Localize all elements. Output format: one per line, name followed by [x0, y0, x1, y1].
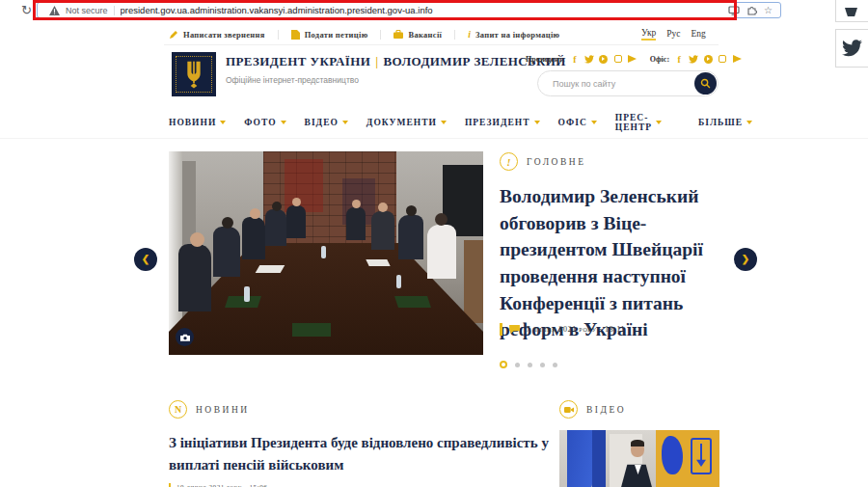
nav-item-press-center[interactable]: ПРЕС-ЦЕНТР	[615, 113, 662, 132]
facebook-icon[interactable]: f	[674, 54, 684, 64]
nav-divider	[0, 138, 868, 139]
twitter-icon	[842, 40, 862, 57]
chevron-down-icon	[281, 121, 286, 124]
hero-section-label: ГОЛОВНЕ	[527, 157, 585, 167]
site-title-block[interactable]: ПРЕЗИДЕНТ УКРАЇНИ|ВОЛОДИМИР ЗЕЛЕНСЬКИЙ О…	[226, 54, 566, 85]
telegram-icon[interactable]	[732, 54, 742, 64]
briefcase-icon	[393, 30, 403, 39]
chevron-down-icon	[342, 121, 348, 124]
camera-icon	[180, 334, 190, 341]
news-section: N НОВИНИ З ініціативи Президента буде ві…	[169, 400, 550, 487]
chat-bubble-icon	[509, 325, 520, 334]
utility-bar-divider	[164, 44, 719, 45]
share-button-partial[interactable]	[835, 0, 868, 22]
address-bar[interactable]: Not secure president.gov.ua.administrati…	[37, 2, 781, 18]
info-icon: i	[468, 29, 471, 40]
social-links: Президент: f Офіс: f	[526, 54, 719, 64]
news-section-header: N НОВИНИ	[169, 400, 550, 419]
accent-bar	[500, 323, 502, 336]
trident-icon	[176, 56, 212, 93]
nav-item-photo[interactable]: ФОТО	[244, 118, 285, 127]
nav-item-video[interactable]: ВІДЕО	[305, 118, 348, 127]
hero-date-row: 7 липня 2021 року - 13:11	[500, 323, 625, 336]
office-social-label: Офіс:	[650, 55, 669, 64]
lang-ukr[interactable]: Укр	[641, 28, 656, 41]
carousel-prev-button[interactable]: ❮	[134, 248, 157, 271]
nav-item-documents[interactable]: ДОКУМЕНТИ	[366, 118, 447, 127]
url-text: president.gov.ua.administration.vakansyi…	[121, 5, 433, 15]
bookmark-star-icon[interactable]: ☆	[764, 6, 773, 15]
carousel-dot[interactable]	[528, 363, 532, 367]
search-input[interactable]	[553, 72, 688, 95]
news-article-title[interactable]: З ініціативи Президента буде відновлено …	[169, 432, 550, 477]
news-date-row: 10 липня 2021 року - 15:06	[169, 483, 550, 487]
browser-toolbar: ↻ Not secure president.gov.ua.administra…	[0, 0, 868, 21]
chevron-down-icon	[220, 121, 226, 124]
utility-link-write-appeal[interactable]: Написати звернення	[169, 30, 279, 40]
petition-document-icon	[291, 30, 300, 40]
photo-camera-badge[interactable]	[176, 328, 194, 346]
news-n-icon: N	[169, 400, 187, 419]
telegram-icon[interactable]	[628, 54, 637, 64]
utility-link-submit-petition[interactable]: Подати петицію	[291, 30, 382, 40]
reload-icon[interactable]: ↻	[19, 3, 34, 17]
youtube-icon[interactable]	[703, 54, 713, 64]
carousel-dot[interactable]	[540, 363, 545, 367]
accent-bar	[169, 483, 171, 487]
extensions-icon[interactable]	[746, 5, 757, 15]
site-subtitle: Офіційне інтернет-представництво	[226, 75, 566, 85]
hero-photo-meeting[interactable]	[169, 151, 483, 355]
security-status: Not secure	[66, 6, 108, 15]
instagram-icon[interactable]	[613, 54, 623, 64]
hero-date: 7 липня 2021 року - 13:11	[527, 325, 626, 334]
nav-item-president[interactable]: ПРЕЗИДЕНТ	[465, 118, 540, 127]
browser-window: ↻ Not secure president.gov.ua.administra…	[0, 0, 868, 487]
chevron-left-icon: ❮	[142, 255, 149, 264]
search-button[interactable]	[694, 72, 717, 95]
carousel-dots	[500, 361, 557, 368]
video-section-label: ВІДЕО	[586, 405, 626, 415]
title-separator: |	[370, 54, 383, 68]
utility-bar: Написати звернення Подати петицію Ваканс…	[169, 25, 719, 43]
carousel-dot[interactable]	[500, 361, 507, 368]
utility-link-vacancies[interactable]: Вакансії	[393, 30, 455, 40]
site-title-primary: ПРЕЗИДЕНТ УКРАЇНИ	[226, 54, 370, 68]
video-camera-icon	[559, 400, 578, 419]
exclamation-icon: !	[500, 152, 518, 171]
nav-item-more[interactable]: БІЛЬШЕ	[698, 118, 752, 127]
warning-triangle-icon	[49, 6, 60, 15]
coat-of-arms-logo[interactable]	[172, 52, 216, 96]
search-icon	[700, 78, 711, 89]
lang-eng[interactable]: Eng	[692, 29, 706, 40]
address-bar-divider	[114, 6, 115, 15]
twitter-icon[interactable]	[689, 54, 698, 64]
carousel-dot[interactable]	[515, 363, 520, 367]
hero-headline[interactable]: Володимир Зеленський обговорив з Віце-пр…	[500, 183, 729, 343]
nav-item-news[interactable]: НОВИНИ	[169, 118, 226, 127]
utility-link-info-request[interactable]: i Запит на інформацію	[468, 29, 572, 40]
person-white-suit	[427, 225, 456, 279]
chevron-down-icon	[441, 121, 447, 124]
youtube-icon[interactable]	[599, 54, 609, 64]
send-to-device-icon[interactable]	[728, 6, 740, 15]
chevron-down-icon	[591, 121, 597, 124]
chevron-down-icon	[746, 121, 752, 124]
president-social-label: Президент:	[526, 55, 565, 64]
hero-section-header: ! ГОЛОВНЕ	[500, 152, 731, 171]
news-section-label: НОВИНИ	[196, 405, 250, 415]
carousel-dot[interactable]	[553, 363, 557, 367]
lang-rus[interactable]: Рус	[666, 29, 680, 40]
video-thumbnail[interactable]	[559, 430, 719, 487]
video-section: ВІДЕО	[559, 400, 719, 487]
nav-item-office[interactable]: ОФІС	[558, 118, 597, 127]
share-button-twitter[interactable]	[835, 29, 868, 68]
instagram-icon[interactable]	[718, 54, 727, 64]
main-navigation: НОВИНИ ФОТО ВІДЕО ДОКУМЕНТИ ПРЕЗИДЕНТ ОФ…	[169, 113, 719, 132]
pencil-icon	[169, 30, 178, 40]
facebook-icon[interactable]: f	[570, 54, 580, 64]
twitter-icon[interactable]	[584, 54, 594, 64]
video-section-header: ВІДЕО	[559, 400, 719, 419]
chevron-down-icon	[534, 121, 540, 124]
carousel-next-button[interactable]: ❯	[734, 248, 757, 271]
language-switcher: Укр Рус Eng	[641, 25, 706, 43]
